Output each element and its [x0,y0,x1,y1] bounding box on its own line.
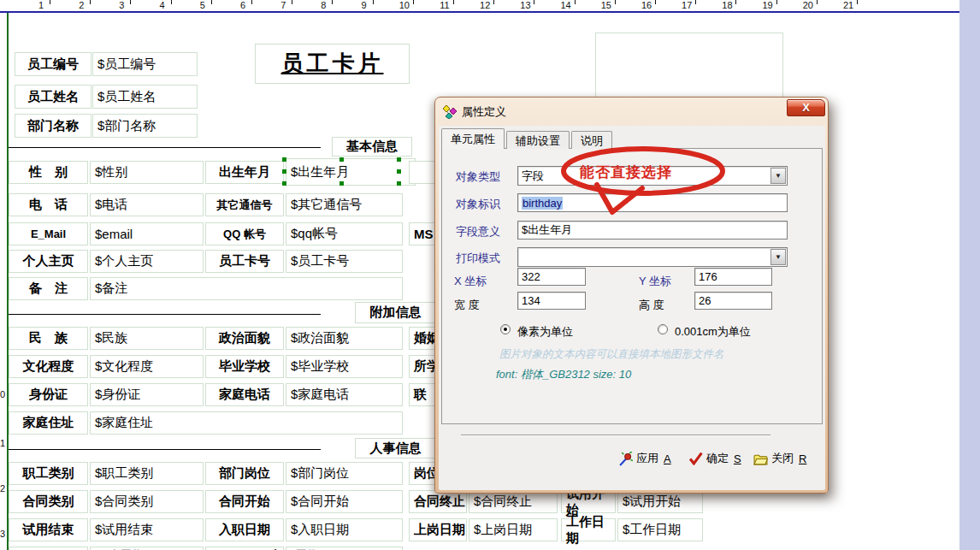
field-label-cell[interactable]: QQ 帐号 [205,222,284,245]
tab-cell-properties[interactable]: 单元属性 [441,128,505,149]
section-header[interactable]: 基本信息 [332,137,412,157]
ok-label: 确定 [706,451,729,466]
right-scrollbar-strip[interactable] [959,0,980,550]
y-coord-input[interactable]: 176 [694,268,772,286]
field-label-cell[interactable]: 政治面貌 [205,327,284,350]
field-label-cell[interactable]: 合同终止 [409,490,467,513]
field-label-cell[interactable]: 部门岗位 [205,462,284,485]
field-label-cell[interactable]: 试用结束 [9,518,88,541]
field-value-cell[interactable]: $电话 [90,193,204,216]
field-label-cell[interactable]: 职工类别 [9,462,88,485]
ok-button[interactable]: 确定S [688,451,741,466]
field-value-cell[interactable]: $性别 [90,161,204,184]
tab-description[interactable]: 说明 [571,131,612,149]
field-value-cell[interactable]: $政治面貌 [286,327,403,350]
field-value-cell[interactable]: $员工姓名 [92,85,198,109]
section-header[interactable]: 人事信息 [355,438,436,458]
field-value-cell[interactable]: $备注 [90,277,403,300]
field-label-cell[interactable]: 上岗日期 [409,518,467,541]
field-label-cell[interactable]: 员工编号 [15,52,92,76]
field-value-cell[interactable]: $个人主页 [90,250,204,273]
width-input[interactable]: 134 [517,292,586,310]
radio-pixel-unit[interactable] [500,324,511,334]
field-value-cell[interactable]: $文化程度 [90,355,204,378]
chevron-down-icon[interactable]: ▼ [770,168,786,184]
selection-handle[interactable] [397,157,401,162]
ruler-number: 12 [477,0,493,10]
field-label-cell[interactable]: 员工姓名 [15,85,92,109]
field-label-cell[interactable]: 民 族 [9,327,88,350]
field-label-cell[interactable]: 毕业学校 [205,355,284,378]
close-dialog-button[interactable]: 关闭R [753,451,806,466]
tab-aux-settings[interactable]: 辅助设置 [506,131,570,149]
selection-handle[interactable] [282,157,286,162]
object-type-combo[interactable]: 字段 ▼ [517,166,788,186]
field-value-cell[interactable]: $职工类别 [90,462,204,485]
field-label-cell[interactable]: 个人主页 [9,250,88,273]
apply-button[interactable]: 应用A [618,451,671,466]
field-meaning-value: $出生年月 [522,222,572,238]
chevron-down-icon[interactable]: ▼ [770,249,786,265]
field-value-cell[interactable]: $部门名称 [92,114,198,138]
field-label-cell[interactable]: 家庭住址 [9,411,88,435]
field-meaning-input[interactable]: $出生年月 [517,221,788,240]
section-header[interactable]: 附加信息 [355,302,436,323]
field-label-cell[interactable]: 员工卡号 [205,250,284,273]
field-label-cell[interactable]: 部门名称 [15,114,92,138]
field-label-cell[interactable]: 身份证 [9,383,88,406]
ruler-tick [615,0,616,4]
field-value-cell[interactable]: $试用开始 [617,490,703,513]
left-margin-line [7,12,9,550]
field-label-cell[interactable]: E_Mail [9,222,88,245]
print-mode-combo[interactable]: ▼ [517,247,788,267]
radio-pixel-unit-label: 像素为单位 [517,324,573,340]
field-label-cell[interactable]: 试用开始 [561,490,616,513]
field-label-cell[interactable]: 家庭电话 [205,383,284,406]
height-input[interactable]: 26 [694,292,772,310]
selection-handle[interactable] [397,169,401,174]
x-coord-input[interactable]: 322 [517,268,586,286]
selection-handle[interactable] [339,157,344,162]
field-value-cell[interactable]: $其它通信号 [286,193,403,216]
field-label-cell[interactable]: 性 别 [9,161,88,184]
selection-handle[interactable] [282,169,286,174]
field-value-cell[interactable]: $上岗日期 [469,518,558,541]
field-value-cell[interactable]: $家庭电话 [286,383,403,406]
field-label-cell[interactable]: 电 话 [9,193,88,216]
field-value-cell[interactable]: $员工卡号 [286,250,403,273]
field-label-cell[interactable]: 合同类别 [9,490,88,513]
ruler-number: 10 [397,0,412,10]
picture-hint-text: 图片对象的文本内容可以直接填本地图形文件名 [499,347,724,362]
selection-handle[interactable] [282,181,286,186]
field-value-cell[interactable]: $民族 [90,327,204,350]
field-value-cell[interactable]: $部门岗位 [286,462,403,485]
field-value-cell[interactable]: $家庭住址 [90,411,403,435]
field-value-cell[interactable]: $合同开始 [286,490,403,513]
selection-handle[interactable] [339,181,344,186]
field-value-cell[interactable]: $email [90,222,204,245]
field-value-cell[interactable]: $合同终止 [469,490,558,513]
radio-cm-unit[interactable] [658,324,668,334]
dialog-titlebar[interactable]: 属性定义 X [435,98,828,126]
field-label-cell[interactable]: 文化程度 [9,355,88,378]
field-value-cell[interactable]: $合同类别 [90,490,204,513]
field-value-cell[interactable]: $工作日期 [617,518,703,541]
close-button[interactable]: X [787,99,825,116]
field-value-cell[interactable]: $试用结束 [90,518,204,541]
selection-handle[interactable] [397,181,401,186]
field-value-cell[interactable]: $员工编号 [92,52,198,76]
field-label-cell[interactable]: 出生年月 [205,161,284,184]
card-title-cell[interactable]: 员工卡片 [255,44,410,84]
field-label-cell[interactable]: 其它通信号 [205,193,284,216]
designer-screen: 123456789101112131415161718192021 0123 员… [0,0,980,550]
field-label-cell[interactable]: 备 注 [9,277,88,300]
field-label-cell[interactable]: 工作日期 [561,518,616,541]
field-label-cell[interactable]: 合同开始 [205,490,284,513]
field-value-cell[interactable]: $qq帐号 [286,222,403,245]
field-label-cell[interactable]: 入职日期 [205,518,284,541]
field-value-cell[interactable]: $身份证 [90,383,204,406]
object-id-input[interactable]: birthday [517,193,788,212]
field-label-cell[interactable] [9,547,88,550]
field-value-cell[interactable]: $入职日期 [286,518,403,541]
field-value-cell[interactable]: $毕业学校 [286,355,403,378]
